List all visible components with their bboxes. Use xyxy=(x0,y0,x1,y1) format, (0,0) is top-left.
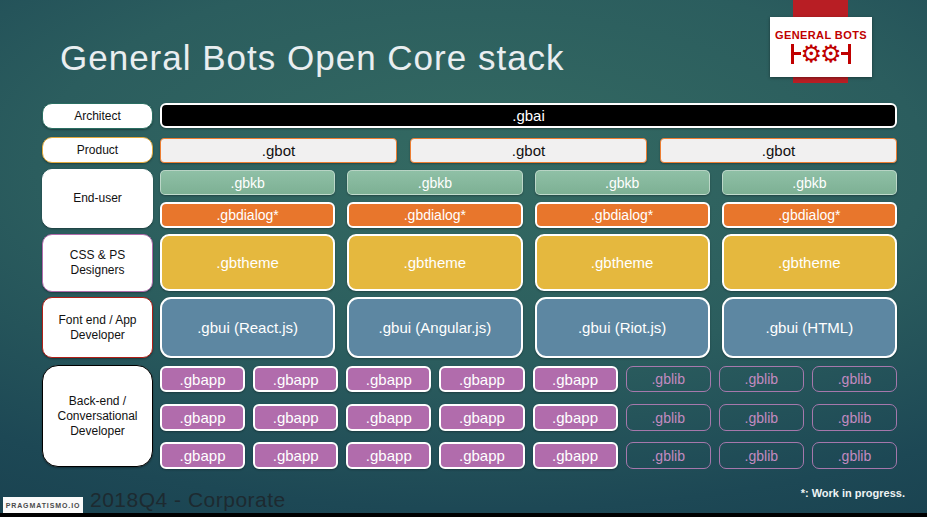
gear-icon: ⚙ xyxy=(800,42,822,66)
gbui-angular-box: .gbui (Angular.js) xyxy=(347,297,522,358)
gblib-box: .gblib xyxy=(812,366,897,392)
gbai-box: .gbai xyxy=(160,103,897,128)
gbapp-box: .gbapp xyxy=(253,404,338,431)
row-gbot: .gbot .gbot .gbot xyxy=(160,138,897,163)
logo-text: GENERAL BOTS xyxy=(775,29,867,41)
gbapp-box: .gbapp xyxy=(346,366,431,392)
gbapp-box: .gbapp xyxy=(533,442,618,469)
gblib-box: .gblib xyxy=(719,366,804,392)
gbkb-box: .gbkb xyxy=(160,170,335,195)
gbapp-box: .gbapp xyxy=(439,442,524,469)
general-bots-logo: GENERAL BOTS ⚙ ⚙ xyxy=(770,17,872,77)
gblib-box: .gblib xyxy=(812,404,897,431)
gbui-riot-box: .gbui (Riot.js) xyxy=(535,297,710,358)
gbtheme-box: .gbtheme xyxy=(347,234,522,291)
gbdialog-box: .gbdialog* xyxy=(347,202,522,228)
gbapp-box: .gbapp xyxy=(533,404,618,431)
gbkb-box: .gbkb xyxy=(347,170,522,195)
gbapp-box: .gbapp xyxy=(346,404,431,431)
row-backend-3: .gbapp .gbapp .gbapp .gbapp .gbapp .gbli… xyxy=(160,442,897,469)
role-label-product: Product xyxy=(42,137,153,163)
bottom-edge-bar xyxy=(0,513,927,517)
gblib-box: .gblib xyxy=(812,442,897,469)
gear-line-right xyxy=(841,52,848,55)
role-label-back-end-conversational-developer: Back-end / Conversational Developer xyxy=(42,365,153,467)
gbapp-box: .gbapp xyxy=(160,366,245,392)
footer-period: 2018Q4 - Corporate xyxy=(90,488,286,512)
gbtheme-box: .gbtheme xyxy=(160,234,335,291)
gbapp-box: .gbapp xyxy=(253,366,338,392)
gbapp-box: .gbapp xyxy=(346,442,431,469)
gears-icon: ⚙ ⚙ xyxy=(791,42,850,66)
gbtheme-box: .gbtheme xyxy=(722,234,897,291)
gbdialog-box: .gbdialog* xyxy=(160,202,335,228)
row-gbtheme: .gbtheme .gbtheme .gbtheme .gbtheme xyxy=(160,234,897,291)
row-backend-2: .gbapp .gbapp .gbapp .gbapp .gbapp .gbli… xyxy=(160,404,897,431)
gbkb-box: .gbkb xyxy=(535,170,710,195)
role-label-css-ps-designers: CSS & PS Designers xyxy=(42,234,153,292)
gbot-box: .gbot xyxy=(160,138,397,163)
gblib-box: .gblib xyxy=(626,442,711,469)
gbapp-box: .gbapp xyxy=(253,442,338,469)
pragmatismo-logo: PRAGMATISMO.IO xyxy=(3,497,83,514)
gbkb-box: .gbkb xyxy=(722,170,897,195)
gbot-box: .gbot xyxy=(410,138,647,163)
gbtheme-box: .gbtheme xyxy=(535,234,710,291)
role-label-architect: Architect xyxy=(42,103,153,129)
gblib-box: .gblib xyxy=(719,442,804,469)
gear-endbar-right xyxy=(848,44,851,64)
gblib-box: .gblib xyxy=(719,404,804,431)
role-label-end-user: End-user xyxy=(42,169,153,228)
page-title: General Bots Open Core stack xyxy=(60,38,565,78)
gbapp-box: .gbapp xyxy=(160,404,245,431)
row-gbdialog: .gbdialog* .gbdialog* .gbdialog* .gbdial… xyxy=(160,202,897,228)
gbui-html-box: .gbui (HTML) xyxy=(722,297,897,358)
gblib-box: .gblib xyxy=(626,366,711,392)
gbdialog-box: .gbdialog* xyxy=(722,202,897,228)
work-in-progress-note: *: Work in progress. xyxy=(801,487,905,499)
gbapp-box: .gbapp xyxy=(533,366,618,392)
role-label-front-end-app-developer: Font end / App Developer xyxy=(42,297,153,358)
gbot-box: .gbot xyxy=(660,138,897,163)
row-gbkb: .gbkb .gbkb .gbkb .gbkb xyxy=(160,170,897,195)
row-gbui: .gbui (React.js) .gbui (Angular.js) .gbu… xyxy=(160,297,897,358)
gbui-react-box: .gbui (React.js) xyxy=(160,297,335,358)
row-backend-1: .gbapp .gbapp .gbapp .gbapp .gbapp .gbli… xyxy=(160,366,897,392)
gbdialog-box: .gbdialog* xyxy=(535,202,710,228)
gbapp-box: .gbapp xyxy=(160,442,245,469)
gbapp-box: .gbapp xyxy=(439,404,524,431)
row-gbai: .gbai xyxy=(160,103,897,128)
gblib-box: .gblib xyxy=(626,404,711,431)
gear-icon: ⚙ xyxy=(820,42,842,66)
slide: General Bots Open Core stack GENERAL BOT… xyxy=(0,0,927,517)
gbapp-box: .gbapp xyxy=(439,366,524,392)
